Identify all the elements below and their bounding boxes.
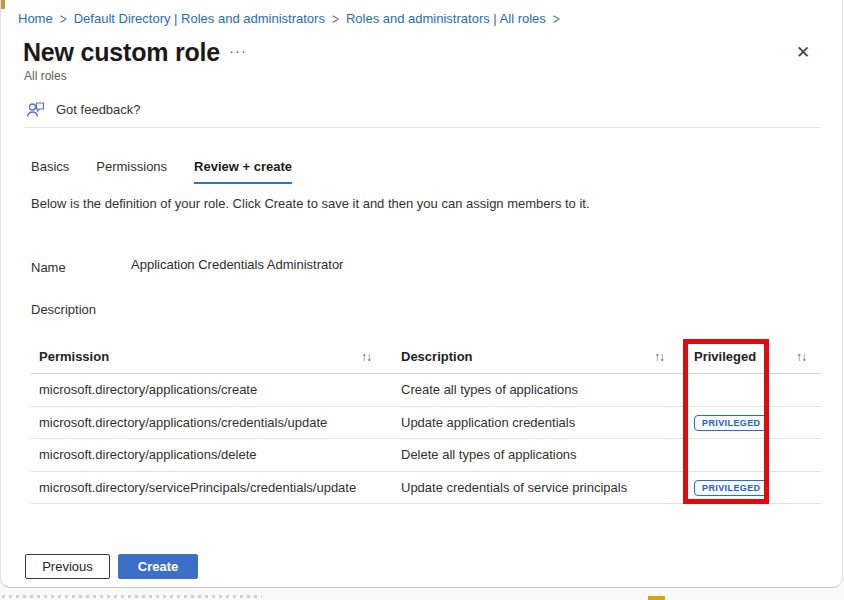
previous-button[interactable]: Previous — [25, 554, 110, 579]
privileged-cell: PRIVILEGED — [694, 414, 821, 431]
breadcrumb: Home > Default Directory | Roles and adm… — [18, 11, 560, 26]
table-row: microsoft.directory/applications/credent… — [31, 407, 821, 440]
permission-cell: microsoft.directory/applications/create — [31, 382, 401, 397]
tab-review-create[interactable]: Review + create — [194, 159, 292, 184]
taskbar-edge-artifact — [648, 596, 665, 600]
chevron-right-icon: > — [553, 10, 560, 28]
close-icon[interactable]: ✕ — [796, 42, 810, 63]
sort-icon[interactable]: ↑↓ — [796, 349, 821, 364]
table-header-row: Permission ↑↓ Description ↑↓ Privileged … — [31, 340, 821, 374]
privileged-cell: PRIVILEGED — [694, 446, 821, 463]
clipped-content-artifact — [2, 595, 262, 598]
privileged-cell: PRIVILEGED — [694, 381, 821, 398]
got-feedback-label: Got feedback? — [56, 102, 141, 117]
tab-permissions[interactable]: Permissions — [96, 159, 167, 184]
permissions-table: Permission ↑↓ Description ↑↓ Privileged … — [31, 340, 821, 504]
column-header-description[interactable]: Description — [401, 349, 654, 364]
description-cell: Update application credentials — [401, 415, 694, 430]
permission-cell: microsoft.directory/servicePrincipals/cr… — [31, 480, 401, 495]
permission-cell: microsoft.directory/applications/delete — [31, 447, 401, 462]
table-row: microsoft.directory/applications/delete … — [31, 439, 821, 472]
name-value: Application Credentials Administrator — [131, 257, 343, 272]
got-feedback-link[interactable]: Got feedback? — [26, 101, 141, 118]
description-cell: Create all types of applications — [401, 382, 694, 397]
table-row: microsoft.directory/applications/create … — [31, 374, 821, 407]
breadcrumb-default-directory-roles[interactable]: Default Directory | Roles and administra… — [74, 11, 325, 26]
sort-icon[interactable]: ↑↓ — [654, 349, 694, 364]
privileged-cell: PRIVILEGED — [694, 479, 821, 496]
table-row: microsoft.directory/servicePrincipals/cr… — [31, 472, 821, 505]
chevron-right-icon: > — [60, 10, 67, 28]
create-button[interactable]: Create — [118, 554, 198, 579]
column-header-privileged[interactable]: Privileged — [694, 349, 796, 364]
tab-basics[interactable]: Basics — [31, 159, 69, 184]
feedback-icon — [26, 101, 45, 118]
description-cell: Update credentials of service principals — [401, 480, 694, 495]
page-subtitle: All roles — [24, 69, 67, 83]
intro-text: Below is the definition of your role. Cl… — [31, 196, 590, 211]
name-label: Name — [31, 260, 66, 275]
chevron-right-icon: > — [332, 10, 339, 28]
page-title: New custom role — [23, 38, 220, 67]
tab-bar: Basics Permissions Review + create — [31, 159, 292, 184]
breadcrumb-all-roles[interactable]: Roles and administrators | All roles — [346, 11, 546, 26]
privileged-badge: PRIVILEGED — [694, 415, 769, 431]
sort-icon[interactable]: ↑↓ — [361, 349, 401, 364]
column-header-permission[interactable]: Permission — [31, 349, 361, 364]
description-cell: Delete all types of applications — [401, 447, 694, 462]
breadcrumb-home[interactable]: Home — [18, 11, 53, 26]
more-options-icon[interactable]: ··· — [229, 42, 247, 59]
header-divider — [25, 127, 821, 128]
new-custom-role-panel: Home > Default Directory | Roles and adm… — [0, 0, 843, 588]
permission-cell: microsoft.directory/applications/credent… — [31, 415, 401, 430]
privileged-badge: PRIVILEGED — [694, 480, 769, 496]
screenshot-edge-artifact — [1, 0, 5, 9]
description-label: Description — [31, 302, 96, 317]
